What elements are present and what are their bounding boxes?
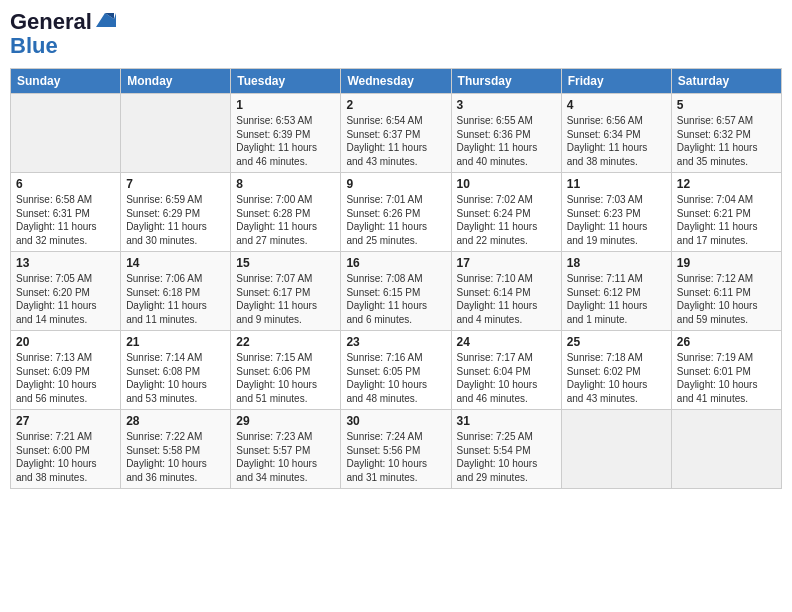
- calendar-cell: 17Sunrise: 7:10 AMSunset: 6:14 PMDayligh…: [451, 252, 561, 331]
- calendar-cell: [11, 94, 121, 173]
- week-row-2: 6Sunrise: 6:58 AMSunset: 6:31 PMDaylight…: [11, 173, 782, 252]
- day-info: Sunrise: 6:57 AMSunset: 6:32 PMDaylight:…: [677, 114, 776, 168]
- day-number: 9: [346, 177, 445, 191]
- logo-icon: [94, 11, 116, 29]
- logo-general: General: [10, 10, 92, 34]
- day-info: Sunrise: 7:03 AMSunset: 6:23 PMDaylight:…: [567, 193, 666, 247]
- column-header-wednesday: Wednesday: [341, 69, 451, 94]
- day-info: Sunrise: 6:56 AMSunset: 6:34 PMDaylight:…: [567, 114, 666, 168]
- day-number: 26: [677, 335, 776, 349]
- day-number: 31: [457, 414, 556, 428]
- day-number: 18: [567, 256, 666, 270]
- day-number: 28: [126, 414, 225, 428]
- calendar-body: 1Sunrise: 6:53 AMSunset: 6:39 PMDaylight…: [11, 94, 782, 489]
- day-number: 21: [126, 335, 225, 349]
- calendar-cell: 28Sunrise: 7:22 AMSunset: 5:58 PMDayligh…: [121, 410, 231, 489]
- day-number: 10: [457, 177, 556, 191]
- day-number: 14: [126, 256, 225, 270]
- day-number: 13: [16, 256, 115, 270]
- day-number: 19: [677, 256, 776, 270]
- day-number: 4: [567, 98, 666, 112]
- day-number: 2: [346, 98, 445, 112]
- calendar-cell: 18Sunrise: 7:11 AMSunset: 6:12 PMDayligh…: [561, 252, 671, 331]
- calendar-cell: 14Sunrise: 7:06 AMSunset: 6:18 PMDayligh…: [121, 252, 231, 331]
- day-info: Sunrise: 7:01 AMSunset: 6:26 PMDaylight:…: [346, 193, 445, 247]
- day-number: 24: [457, 335, 556, 349]
- day-number: 22: [236, 335, 335, 349]
- day-info: Sunrise: 7:00 AMSunset: 6:28 PMDaylight:…: [236, 193, 335, 247]
- day-info: Sunrise: 7:19 AMSunset: 6:01 PMDaylight:…: [677, 351, 776, 405]
- column-header-friday: Friday: [561, 69, 671, 94]
- day-info: Sunrise: 7:22 AMSunset: 5:58 PMDaylight:…: [126, 430, 225, 484]
- page-header: General Blue: [10, 10, 782, 58]
- logo-blue: Blue: [10, 34, 58, 58]
- day-number: 3: [457, 98, 556, 112]
- day-number: 7: [126, 177, 225, 191]
- calendar-cell: 21Sunrise: 7:14 AMSunset: 6:08 PMDayligh…: [121, 331, 231, 410]
- day-info: Sunrise: 7:25 AMSunset: 5:54 PMDaylight:…: [457, 430, 556, 484]
- day-info: Sunrise: 7:06 AMSunset: 6:18 PMDaylight:…: [126, 272, 225, 326]
- calendar-cell: 30Sunrise: 7:24 AMSunset: 5:56 PMDayligh…: [341, 410, 451, 489]
- week-row-5: 27Sunrise: 7:21 AMSunset: 6:00 PMDayligh…: [11, 410, 782, 489]
- day-number: 20: [16, 335, 115, 349]
- calendar-cell: 23Sunrise: 7:16 AMSunset: 6:05 PMDayligh…: [341, 331, 451, 410]
- day-number: 6: [16, 177, 115, 191]
- calendar-table: SundayMondayTuesdayWednesdayThursdayFrid…: [10, 68, 782, 489]
- day-info: Sunrise: 7:21 AMSunset: 6:00 PMDaylight:…: [16, 430, 115, 484]
- calendar-cell: 1Sunrise: 6:53 AMSunset: 6:39 PMDaylight…: [231, 94, 341, 173]
- day-info: Sunrise: 6:54 AMSunset: 6:37 PMDaylight:…: [346, 114, 445, 168]
- calendar-cell: 31Sunrise: 7:25 AMSunset: 5:54 PMDayligh…: [451, 410, 561, 489]
- week-row-1: 1Sunrise: 6:53 AMSunset: 6:39 PMDaylight…: [11, 94, 782, 173]
- calendar-cell: [561, 410, 671, 489]
- calendar-cell: 3Sunrise: 6:55 AMSunset: 6:36 PMDaylight…: [451, 94, 561, 173]
- day-number: 27: [16, 414, 115, 428]
- calendar-cell: [121, 94, 231, 173]
- day-number: 29: [236, 414, 335, 428]
- calendar-cell: 20Sunrise: 7:13 AMSunset: 6:09 PMDayligh…: [11, 331, 121, 410]
- day-info: Sunrise: 6:53 AMSunset: 6:39 PMDaylight:…: [236, 114, 335, 168]
- day-number: 5: [677, 98, 776, 112]
- day-info: Sunrise: 7:02 AMSunset: 6:24 PMDaylight:…: [457, 193, 556, 247]
- calendar-cell: 15Sunrise: 7:07 AMSunset: 6:17 PMDayligh…: [231, 252, 341, 331]
- day-info: Sunrise: 7:15 AMSunset: 6:06 PMDaylight:…: [236, 351, 335, 405]
- day-info: Sunrise: 7:04 AMSunset: 6:21 PMDaylight:…: [677, 193, 776, 247]
- calendar-cell: 4Sunrise: 6:56 AMSunset: 6:34 PMDaylight…: [561, 94, 671, 173]
- calendar-cell: 25Sunrise: 7:18 AMSunset: 6:02 PMDayligh…: [561, 331, 671, 410]
- calendar-cell: 2Sunrise: 6:54 AMSunset: 6:37 PMDaylight…: [341, 94, 451, 173]
- day-number: 15: [236, 256, 335, 270]
- day-info: Sunrise: 7:17 AMSunset: 6:04 PMDaylight:…: [457, 351, 556, 405]
- day-number: 1: [236, 98, 335, 112]
- calendar-cell: 16Sunrise: 7:08 AMSunset: 6:15 PMDayligh…: [341, 252, 451, 331]
- day-info: Sunrise: 7:24 AMSunset: 5:56 PMDaylight:…: [346, 430, 445, 484]
- day-number: 30: [346, 414, 445, 428]
- calendar-cell: 5Sunrise: 6:57 AMSunset: 6:32 PMDaylight…: [671, 94, 781, 173]
- day-number: 12: [677, 177, 776, 191]
- column-header-monday: Monday: [121, 69, 231, 94]
- column-header-thursday: Thursday: [451, 69, 561, 94]
- day-info: Sunrise: 7:05 AMSunset: 6:20 PMDaylight:…: [16, 272, 115, 326]
- day-number: 8: [236, 177, 335, 191]
- day-info: Sunrise: 7:13 AMSunset: 6:09 PMDaylight:…: [16, 351, 115, 405]
- week-row-3: 13Sunrise: 7:05 AMSunset: 6:20 PMDayligh…: [11, 252, 782, 331]
- calendar-cell: 11Sunrise: 7:03 AMSunset: 6:23 PMDayligh…: [561, 173, 671, 252]
- calendar-cell: 7Sunrise: 6:59 AMSunset: 6:29 PMDaylight…: [121, 173, 231, 252]
- day-info: Sunrise: 7:10 AMSunset: 6:14 PMDaylight:…: [457, 272, 556, 326]
- calendar-header-row: SundayMondayTuesdayWednesdayThursdayFrid…: [11, 69, 782, 94]
- day-info: Sunrise: 6:55 AMSunset: 6:36 PMDaylight:…: [457, 114, 556, 168]
- calendar-cell: 22Sunrise: 7:15 AMSunset: 6:06 PMDayligh…: [231, 331, 341, 410]
- calendar-cell: 27Sunrise: 7:21 AMSunset: 6:00 PMDayligh…: [11, 410, 121, 489]
- calendar-cell: 29Sunrise: 7:23 AMSunset: 5:57 PMDayligh…: [231, 410, 341, 489]
- calendar-cell: 12Sunrise: 7:04 AMSunset: 6:21 PMDayligh…: [671, 173, 781, 252]
- calendar-cell: 19Sunrise: 7:12 AMSunset: 6:11 PMDayligh…: [671, 252, 781, 331]
- day-info: Sunrise: 7:23 AMSunset: 5:57 PMDaylight:…: [236, 430, 335, 484]
- calendar-cell: 8Sunrise: 7:00 AMSunset: 6:28 PMDaylight…: [231, 173, 341, 252]
- week-row-4: 20Sunrise: 7:13 AMSunset: 6:09 PMDayligh…: [11, 331, 782, 410]
- calendar-cell: 6Sunrise: 6:58 AMSunset: 6:31 PMDaylight…: [11, 173, 121, 252]
- day-info: Sunrise: 7:16 AMSunset: 6:05 PMDaylight:…: [346, 351, 445, 405]
- calendar-cell: 26Sunrise: 7:19 AMSunset: 6:01 PMDayligh…: [671, 331, 781, 410]
- calendar-cell: 24Sunrise: 7:17 AMSunset: 6:04 PMDayligh…: [451, 331, 561, 410]
- day-number: 11: [567, 177, 666, 191]
- day-info: Sunrise: 7:08 AMSunset: 6:15 PMDaylight:…: [346, 272, 445, 326]
- calendar-cell: 10Sunrise: 7:02 AMSunset: 6:24 PMDayligh…: [451, 173, 561, 252]
- calendar-cell: 13Sunrise: 7:05 AMSunset: 6:20 PMDayligh…: [11, 252, 121, 331]
